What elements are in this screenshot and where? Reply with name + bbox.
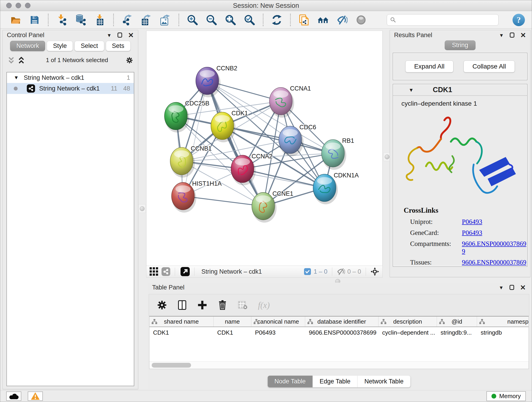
help-button[interactable]: ?: [513, 14, 525, 26]
hide-glass-button[interactable]: [336, 14, 348, 26]
crosslink-label: Uniprot:: [410, 218, 462, 225]
string-document-button[interactable]: [298, 14, 310, 26]
zoom-out-button[interactable]: [206, 14, 217, 26]
import-table-button[interactable]: [94, 14, 106, 26]
save-session-button[interactable]: [29, 14, 40, 26]
delete-column-trash-icon[interactable]: [218, 300, 227, 310]
gene-section-header[interactable]: ▾ CDK1: [393, 84, 527, 96]
compartments-link[interactable]: 9606.ENSP00000378699: [462, 240, 527, 255]
show-columns-icon[interactable]: [177, 300, 187, 310]
panel-close-icon[interactable]: ✕: [520, 283, 526, 292]
toolbar-separator: [48, 14, 49, 26]
selected-checkbox-icon[interactable]: [304, 268, 311, 275]
panel-menu-caret-icon[interactable]: ▾: [500, 284, 503, 291]
column-header[interactable]: database identifier: [305, 317, 379, 327]
column-header[interactable]: @id: [437, 317, 477, 327]
network-row-selected[interactable]: String Network – cdk1 11 48: [7, 83, 134, 94]
close-window-button[interactable]: [6, 3, 12, 8]
genecard-link[interactable]: P06493: [462, 229, 482, 236]
table-tabs: Node Table Edge Table Network Table: [268, 376, 410, 387]
zoom-fit-button[interactable]: [225, 14, 236, 26]
import-network-button[interactable]: [56, 14, 68, 26]
cell-name[interactable]: CDK1: [214, 329, 251, 336]
column-header[interactable]: name: [214, 317, 251, 327]
zoom-in-icon: [187, 14, 198, 26]
node-label-RB1: RB1: [342, 137, 354, 144]
scrollbar-thumb[interactable]: [152, 363, 191, 368]
add-column-icon[interactable]: [197, 300, 207, 310]
cell-description[interactable]: cyclin–dependent ...: [379, 329, 437, 336]
string-home-button[interactable]: [317, 14, 329, 26]
crosshair-icon[interactable]: [370, 267, 379, 276]
panel-menu-caret-icon[interactable]: ▾: [108, 32, 111, 38]
tab-network[interactable]: Network: [10, 41, 45, 51]
network-canvas[interactable]: CCNB2CCNA1CDC25BCDK1CDC6RB1CCNB1CCNA2CDK…: [146, 31, 383, 266]
tab-network-table[interactable]: Network Table: [357, 376, 411, 387]
network-share-badge-icon[interactable]: [162, 267, 170, 276]
cloud-button[interactable]: [6, 391, 21, 401]
warnings-button[interactable]: [28, 391, 43, 401]
table-toolbar: f(x): [149, 294, 529, 316]
minimize-window-button[interactable]: [16, 3, 21, 8]
crosslink-row: GeneCard: P06493: [404, 229, 527, 236]
horizontal-scrollbar[interactable]: [149, 361, 529, 369]
tab-select[interactable]: Select: [75, 41, 104, 51]
export-network-button[interactable]: [121, 14, 133, 26]
network-options-gear-icon[interactable]: [126, 57, 133, 64]
orb-eye-icon: [355, 14, 367, 26]
tab-edge-table[interactable]: Edge Table: [312, 376, 357, 387]
shared-column-icon: [381, 319, 386, 324]
tab-sets[interactable]: Sets: [106, 41, 131, 51]
column-header[interactable]: namespace: [477, 317, 529, 327]
apply-style-button[interactable]: [271, 14, 283, 26]
export-image-button[interactable]: [159, 14, 171, 26]
collapse-all-button[interactable]: Collapse All: [463, 61, 515, 72]
panel-close-icon[interactable]: ✕: [128, 31, 134, 39]
gene-expander-icon[interactable]: ▾: [410, 86, 413, 94]
table-row[interactable]: CDK1 CDK1 P06493 9606.ENSP00000378699 cy…: [149, 327, 529, 338]
panel-float-icon[interactable]: [510, 32, 514, 38]
panel-close-icon[interactable]: ✕: [520, 31, 526, 39]
tree-expander-icon[interactable]: ▼: [14, 75, 19, 81]
cell-shared-name[interactable]: CDK1: [149, 329, 214, 336]
grid-view-icon[interactable]: [150, 267, 158, 276]
network-edge-CDK1-RB1[interactable]: [222, 126, 333, 153]
cell-namespace[interactable]: stringdb: [477, 329, 529, 336]
expand-all-button[interactable]: Expand All: [405, 61, 453, 72]
expand-all-icon[interactable]: [18, 57, 25, 64]
search-input[interactable]: [399, 16, 495, 24]
export-table-button[interactable]: [140, 14, 152, 26]
crosslink-row: Tissues: 9606.ENSP00000378699: [404, 259, 527, 267]
open-session-button[interactable]: [10, 14, 21, 26]
tab-style[interactable]: Style: [47, 41, 73, 51]
zoom-selected-button[interactable]: [244, 14, 255, 26]
show-glass-button[interactable]: [355, 14, 367, 26]
cell-canonical-name[interactable]: P06493: [251, 329, 305, 336]
cell-id[interactable]: stringdb:9...: [437, 329, 477, 336]
column-header[interactable]: shared name: [149, 317, 214, 327]
column-header[interactable]: canonical name: [251, 317, 305, 327]
zoom-window-button[interactable]: [25, 3, 31, 8]
collapse-all-icon[interactable]: [8, 57, 15, 64]
panel-menu-caret-icon[interactable]: ▾: [500, 32, 503, 38]
uniprot-link[interactable]: P06493: [462, 218, 482, 225]
panel-float-icon[interactable]: [510, 285, 514, 290]
tissues-link[interactable]: 9606.ENSP00000378699: [462, 259, 527, 267]
network-collection-row[interactable]: ▼ String Network – cdk1 1: [7, 72, 134, 83]
memory-button[interactable]: Memory: [486, 391, 526, 401]
tab-node-table[interactable]: Node Table: [268, 376, 312, 387]
zoom-in-button[interactable]: [187, 14, 198, 26]
tab-string[interactable]: String: [445, 40, 476, 50]
network-edge-CCNB2-CCNE1[interactable]: [207, 81, 263, 206]
panel-float-icon[interactable]: [118, 32, 122, 38]
toolbar-separator: [113, 14, 114, 26]
cell-database-identifier[interactable]: 9606.ENSP00000378699: [305, 329, 379, 336]
string-network-graph[interactable]: CCNB2CCNA1CDC25BCDK1CDC6RB1CCNB1CCNA2CDK…: [146, 31, 382, 265]
column-header[interactable]: description: [379, 317, 437, 327]
left-splitter-handle[interactable]: [138, 204, 146, 213]
birdseye-goto-icon[interactable]: [181, 267, 190, 276]
import-database-button[interactable]: [75, 14, 87, 26]
table-options-gear-icon[interactable]: [157, 300, 167, 310]
table-panel-header: Table Panel ▾ ✕: [148, 283, 530, 292]
selected-counts: 1 – 0: [314, 268, 327, 275]
